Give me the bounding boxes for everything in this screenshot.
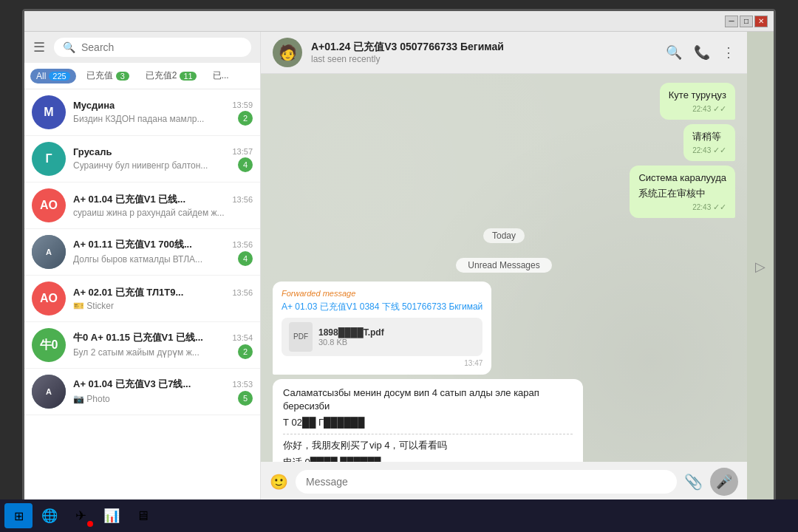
- explorer-button[interactable]: 🖥: [129, 503, 157, 528]
- app-container: ☰ 🔍 All 225 已充值 3: [24, 32, 774, 502]
- search-icon: 🔍: [63, 41, 75, 53]
- chat-item[interactable]: М Мусдина 13:59 Биздин КЗДОН падана мамл…: [24, 89, 260, 136]
- chat-name: Грусаль: [73, 146, 112, 157]
- unread-badge: 4: [238, 251, 253, 266]
- chat-item[interactable]: AO А+ 01.04 已充值V1 已线... 13:56 сураиш жин…: [24, 183, 260, 229]
- chat-info: А+ 01.04 已充值V3 已7线... 13:53 📷 Photo 5: [73, 378, 253, 406]
- search-bar: 🔍: [54, 38, 251, 57]
- tab-charged1[interactable]: 已充值 3: [81, 67, 135, 84]
- message-time: 22:43 ✓✓: [669, 104, 726, 114]
- search-input[interactable]: [81, 41, 242, 53]
- more-options-icon[interactable]: ⋮: [722, 44, 735, 61]
- chat-name: 牛0 А+ 01.15 已充值V1 已线...: [73, 331, 203, 344]
- start-button[interactable]: ⊞: [4, 503, 33, 528]
- chat-name: А+ 01.04 已充值V1 已线...: [73, 193, 185, 206]
- chat-time: 13:56: [232, 288, 253, 297]
- chat-header-avatar: 🧑: [273, 38, 302, 67]
- chat-preview: Бул 2 сатым жайым дүрүм ж...: [73, 347, 200, 358]
- telegram-button[interactable]: ✈: [66, 503, 95, 528]
- tab-charged2[interactable]: 已充值2 11: [140, 67, 202, 84]
- avatar: AO: [32, 282, 66, 316]
- chat-info: А+ 01.11 已充值V1 700线... 13:56 Долгы быров…: [73, 238, 253, 266]
- chat-name: А+ 01.04 已充值V3 已7线...: [73, 378, 191, 391]
- chat-item[interactable]: 牛0 牛0 А+ 01.15 已充值V1 已线... 13:54 Бул 2 с…: [24, 322, 260, 369]
- avatar: М: [32, 95, 66, 129]
- tab-charged2-badge: 11: [180, 72, 196, 81]
- chat-header-name: А+01.24 已充值V3 0507766733 Бегимай: [311, 41, 657, 54]
- minimize-button[interactable]: ─: [725, 16, 738, 27]
- message-time: 13:47: [282, 359, 482, 367]
- check-marks: ✓✓: [713, 104, 726, 113]
- message-time: 22:43 ✓✓: [692, 146, 726, 155]
- taskbar: ⊞ 🌐 ✈ 📊 🖥: [0, 499, 798, 532]
- message-phone2: 电话 0████ ██████: [283, 456, 573, 463]
- chat-info: Грусаль 13:57 Сураинчу бул ниивенгр балт…: [73, 146, 253, 172]
- right-panel: ▷: [747, 32, 774, 502]
- message-divider: [283, 434, 573, 434]
- unread-separator: Unread Messages: [273, 258, 735, 273]
- chat-item[interactable]: AO А+ 02.01 已充值 ТЛ1Т9... 13:56 🎫 Sticker: [24, 276, 260, 322]
- search-header-icon[interactable]: 🔍: [666, 44, 682, 61]
- excel-button[interactable]: 📊: [98, 503, 126, 528]
- chat-name-row: А+ 01.04 已充值V3 已7线... 13:53: [73, 378, 253, 391]
- message-text: Куте туруңуз: [669, 89, 726, 102]
- file-info: 1898████T.pdf 30.8 KB: [318, 327, 475, 347]
- message-text: Саламатсызбы менин досум вип 4 сатып алд…: [283, 386, 573, 413]
- menu-icon[interactable]: ☰: [33, 39, 45, 55]
- chat-item[interactable]: А А+ 01.04 已充值V3 已7线... 13:53 📷 Photo 5: [24, 369, 260, 415]
- tab-charged1-badge: 3: [116, 72, 129, 81]
- chrome-button[interactable]: 🌐: [35, 503, 64, 528]
- chat-name-row: А+ 02.01 已充值 ТЛ1Т9... 13:56: [73, 286, 253, 299]
- file-icon: PDF: [289, 322, 313, 352]
- chat-header-status: last seen recently: [311, 54, 657, 64]
- attach-button[interactable]: 📎: [684, 473, 703, 491]
- chat-name-row: 牛0 А+ 01.15 已充值V1 已线... 13:54: [73, 331, 253, 344]
- chat-list: М Мусдина 13:59 Биздин КЗДОН падана мамл…: [24, 89, 260, 502]
- chat-time: 13:53: [232, 380, 253, 389]
- chat-info: Мусдина 13:59 Биздин КЗДОН падана мамлр.…: [73, 100, 253, 126]
- file-name: 1898████T.pdf: [318, 327, 475, 338]
- chat-name-row: Грусаль 13:57: [73, 146, 253, 157]
- close-button[interactable]: ✕: [754, 16, 768, 27]
- phone-icon[interactable]: 📞: [694, 44, 710, 61]
- unread-badge: 4: [238, 157, 253, 172]
- tab-more[interactable]: 已...: [207, 67, 235, 84]
- chat-name-row: А+ 01.11 已充值V1 700线... 13:56: [73, 238, 253, 251]
- notification-dot: [87, 521, 93, 527]
- chat-info: 牛0 А+ 01.15 已充值V1 已线... 13:54 Бул 2 саты…: [73, 331, 253, 359]
- tab-all[interactable]: All 225: [30, 69, 76, 83]
- desktop: ─ □ ✕ ☰ 🔍 All 225: [0, 0, 798, 532]
- sidebar: ☰ 🔍 All 225 已充值 3: [24, 32, 261, 502]
- file-attachment: PDF 1898████T.pdf 30.8 KB: [282, 318, 482, 356]
- chat-time: 13:59: [232, 100, 253, 109]
- chat-header-actions: 🔍 📞 ⋮: [666, 44, 735, 61]
- right-arrow-icon[interactable]: ▷: [755, 259, 765, 275]
- message-text: 请稍等: [692, 130, 726, 143]
- chat-preview: Биздин КЗДОН падана мамлр...: [73, 114, 204, 124]
- date-separator: Today: [273, 228, 735, 243]
- window-titlebar: ─ □ ✕: [24, 11, 774, 32]
- check-marks: ✓✓: [713, 202, 726, 211]
- avatar: 牛0: [32, 328, 66, 362]
- message-input-area: 🙂 📎 🎤: [261, 462, 747, 502]
- check-marks: ✓✓: [713, 146, 726, 154]
- file-size: 30.8 KB: [318, 338, 475, 347]
- avatar: AO: [32, 188, 66, 222]
- message-input[interactable]: [296, 470, 677, 494]
- unread-badge: 2: [238, 344, 253, 359]
- emoji-button[interactable]: 🙂: [270, 473, 288, 491]
- voice-button[interactable]: 🎤: [710, 468, 738, 496]
- avatar: А: [32, 375, 66, 409]
- chat-item[interactable]: А А+ 01.11 已充值V1 700线... 13:56 Долгы быр…: [24, 229, 260, 276]
- header-avatar-icon: 🧑: [279, 44, 297, 61]
- filter-tabs: All 225 已充值 3 已充值2 11 已...: [24, 63, 260, 89]
- chat-name-row: А+ 01.04 已充值V1 已线... 13:56: [73, 193, 253, 206]
- message-bubble-sent: 请稍等 22:43 ✓✓: [683, 124, 735, 161]
- unread-label: Unread Messages: [456, 258, 551, 273]
- forwarded-from: А+ 01.03 已充值V1 0384 下线 501766733 Бкгимай: [282, 301, 482, 313]
- forwarded-label: Forwarded message: [282, 289, 482, 298]
- maximize-button[interactable]: □: [740, 16, 753, 27]
- chat-name: Мусдина: [73, 100, 115, 111]
- chat-item[interactable]: Г Грусаль 13:57 Сураинчу бул ниивенгр ба…: [24, 136, 260, 183]
- tab-all-badge: 225: [49, 72, 69, 81]
